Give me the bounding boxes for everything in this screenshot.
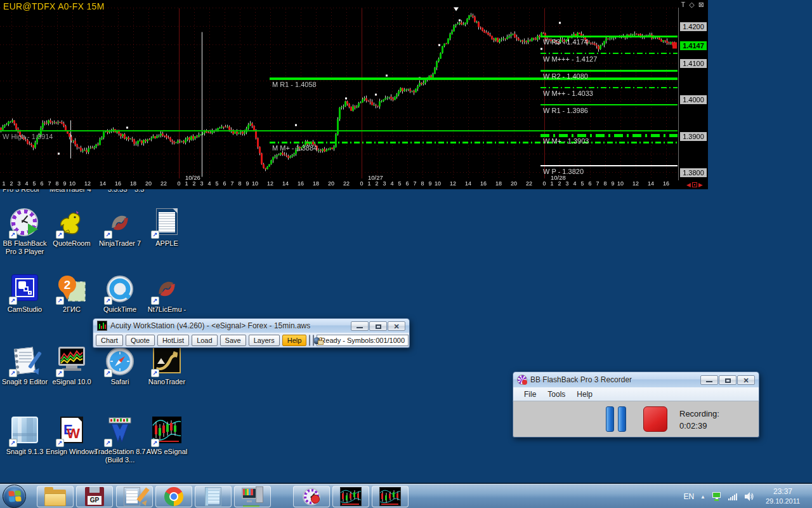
- desktop-icon-label: AWS eSignal: [140, 448, 194, 456]
- price-axis-tick: 1.3800: [680, 168, 707, 177]
- start-button[interactable]: [3, 485, 26, 508]
- desktop-icon-apple[interactable]: ↗APPLE: [140, 208, 194, 248]
- layers-button[interactable]: Layers: [249, 335, 280, 346]
- time-axis-tick: 22: [526, 180, 532, 187]
- pivot-label-1: M R1 - 1.4058: [272, 81, 317, 88]
- current-price-tag: 1.4147: [680, 41, 707, 50]
- chart-symbol-title: EUR@TDFX A0-FX 15M: [3, 1, 105, 11]
- save-button[interactable]: Save: [220, 335, 246, 346]
- time-axis-tick: 16: [663, 180, 669, 187]
- acuity-minimize-button[interactable]: [351, 321, 369, 331]
- time-axis-tick: 5: [32, 180, 36, 187]
- menu-file[interactable]: File: [518, 389, 542, 400]
- shortcut-arrow-icon: ↗: [56, 369, 64, 377]
- recorder-menubar: File Tools Help: [513, 387, 759, 401]
- recorder-maximize-button[interactable]: [719, 375, 737, 385]
- time-axis-tick: 12: [267, 180, 273, 187]
- acuity-titlebar[interactable]: Acuity WorkStation (v4.260) - <eSignal> …: [93, 318, 410, 333]
- volume-icon[interactable]: [743, 491, 754, 502]
- desktop-icon-label: eSignal 10.0: [44, 378, 99, 386]
- signal-bars-icon[interactable]: [728, 493, 737, 500]
- recorder-window-title: BB FlashBack Pro 3 Recorder: [530, 375, 697, 384]
- quote-button[interactable]: Quote: [126, 335, 155, 346]
- menu-tools[interactable]: Tools: [542, 389, 571, 400]
- chart-type-button[interactable]: T: [681, 1, 686, 9]
- pause-button[interactable]: [606, 406, 627, 432]
- desktop-icon-ensign-windows[interactable]: EW↗Ensign Windows: [44, 417, 99, 456]
- recorder-minimize-button[interactable]: [700, 375, 718, 385]
- taskbar-chrome-button[interactable]: [155, 486, 192, 507]
- chart-window-controls: T ◇ ⊠: [681, 1, 704, 9]
- recorder-close-button[interactable]: ✕: [737, 375, 755, 385]
- taskbar-editor-button[interactable]: [116, 486, 153, 507]
- pivot-line-2: [270, 142, 678, 144]
- recording-label: Recording:: [679, 408, 719, 420]
- pivot-label-0: W High - 1.3914: [3, 133, 53, 140]
- chart-close-icon[interactable]: ⊠: [698, 1, 704, 9]
- desktop-icon-label: Ensign Windows: [44, 448, 99, 456]
- time-axis-tick: 6: [40, 180, 43, 187]
- shortcut-arrow-icon: ↗: [151, 439, 159, 447]
- shortcut-arrow-icon: ↗: [56, 231, 64, 239]
- scroll-right-icon[interactable]: ▶: [698, 182, 703, 188]
- chart-scroll-nav[interactable]: ◀ ▶: [686, 182, 703, 188]
- time-axis-tick: 7: [48, 180, 51, 187]
- recording-status: Recording: 0:02:39: [679, 408, 719, 432]
- globe-icon-button[interactable]: [309, 335, 310, 346]
- time-axis-tick: 22: [160, 180, 167, 187]
- taskbar-explorer-button[interactable]: [37, 486, 74, 507]
- desktop-icon-aws-esignal[interactable]: ↗AWS eSignal: [140, 417, 194, 456]
- time-axis-tick: 14: [465, 180, 471, 187]
- scroll-left-icon[interactable]: ◀: [686, 182, 691, 188]
- time-axis-tick: 3: [565, 180, 568, 187]
- network-tray-icon[interactable]: [712, 492, 722, 501]
- desktop-icon-nanotrader[interactable]: ↗NanoTrader: [140, 347, 194, 386]
- scroll-home-icon[interactable]: [692, 182, 697, 187]
- time-axis-tick: 14: [100, 180, 106, 187]
- system-tray: EN ▲ 23:37 29.10.2011: [683, 484, 812, 508]
- shortcut-arrow-icon: ↗: [9, 231, 17, 239]
- recorder-titlebar[interactable]: BB FlashBack Pro 3 Recorder ✕: [513, 371, 759, 387]
- time-axis-tick: 7: [413, 180, 416, 187]
- time-axis-tick: 8: [238, 180, 241, 187]
- pivot-line-6: [540, 87, 678, 88]
- pivot-line-5: [540, 70, 678, 72]
- time-axis-tick: 20: [511, 180, 517, 187]
- desktop-icon-quoteroom[interactable]: ↗QuoteRoom: [44, 208, 99, 248]
- pivot-line-1: [270, 77, 678, 80]
- load-button[interactable]: Load: [192, 335, 217, 346]
- stop-button[interactable]: [643, 406, 667, 432]
- taskbar-notepad-button[interactable]: [195, 486, 232, 507]
- desktop-icon-esignal-10-0[interactable]: ↗eSignal 10.0: [44, 347, 99, 386]
- language-indicator[interactable]: EN: [683, 492, 694, 501]
- taskbar-chart2-button[interactable]: [372, 486, 409, 507]
- taskbar-computer-button[interactable]: [234, 486, 271, 507]
- hotlist-button[interactable]: HotList: [157, 335, 189, 346]
- chart-diamond-button[interactable]: ◇: [689, 1, 694, 9]
- hidden-icons-chevron[interactable]: ▲: [700, 494, 705, 500]
- shortcut-arrow-icon: ↗: [151, 231, 159, 239]
- time-axis-tick: 8: [603, 180, 606, 187]
- price-axis-separator: [678, 8, 679, 180]
- acuity-close-button[interactable]: ✕: [388, 321, 405, 331]
- taskbar-flashback-button[interactable]: [293, 486, 330, 507]
- acuity-maximize-button[interactable]: [369, 321, 387, 331]
- price-axis-tick: 1.4100: [680, 59, 707, 68]
- menu-help[interactable]: Help: [571, 389, 598, 400]
- help-button[interactable]: Help: [282, 335, 307, 346]
- pivot-line-0: [0, 130, 678, 131]
- gp-floppy-icon: GP: [85, 487, 104, 506]
- svg-text:2: 2: [64, 278, 71, 291]
- workstation-icon: [242, 486, 263, 507]
- time-axis-tick: 0: [542, 180, 546, 187]
- desktop-icon-2гис[interactable]: 2 ↗2ГИС: [44, 274, 99, 314]
- taskbar-clock[interactable]: 23:37 29.10.2011: [760, 487, 806, 506]
- recorder-window: BB FlashBack Pro 3 Recorder ✕ File Tools…: [513, 371, 759, 438]
- desktop-icon-nt7licemu[interactable]: ↗Nt7LicEmu -: [140, 274, 194, 314]
- time-axis-tick: 2: [10, 180, 13, 187]
- taskbar-chart1-button[interactable]: [332, 486, 369, 507]
- chart-button[interactable]: Chart: [96, 335, 123, 346]
- price-chart-canvas[interactable]: [0, 0, 708, 189]
- taskbar-gp-button[interactable]: GP: [76, 486, 113, 507]
- recorder-app-icon: [517, 375, 527, 385]
